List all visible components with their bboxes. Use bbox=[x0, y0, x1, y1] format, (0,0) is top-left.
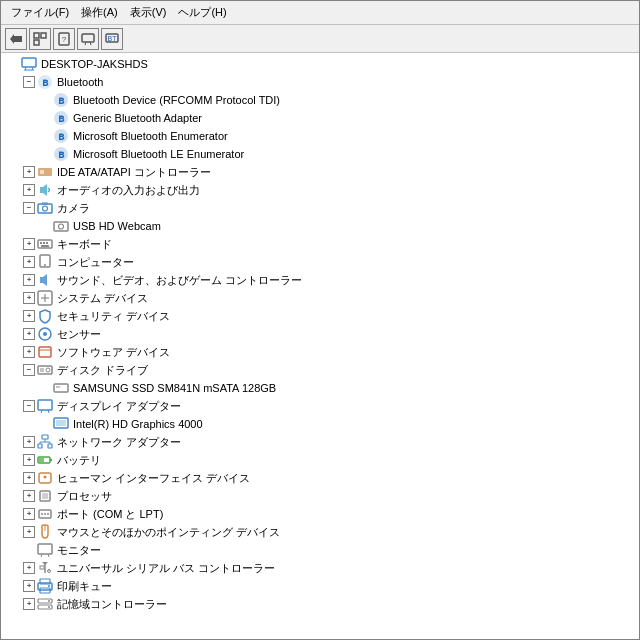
camera-icon bbox=[37, 200, 53, 216]
tree-item-computer[interactable]: DESKTOP-JAKSHDS bbox=[3, 55, 637, 73]
bt-generic-label: Generic Bluetooth Adapter bbox=[73, 110, 202, 126]
expand-system[interactable]: + bbox=[23, 292, 35, 304]
bluetooth-label: Bluetooth bbox=[57, 74, 103, 90]
expand-cpu[interactable]: + bbox=[23, 490, 35, 502]
expand-bluetooth[interactable]: − bbox=[23, 76, 35, 88]
svg-rect-32 bbox=[54, 222, 68, 231]
menu-action[interactable]: 操作(A) bbox=[75, 3, 124, 22]
tree-item-security[interactable]: + セキュリティ デバイス bbox=[3, 307, 637, 325]
expand-network[interactable]: + bbox=[23, 436, 35, 448]
tree-item-system[interactable]: + システム デバイス bbox=[3, 289, 637, 307]
expand-software[interactable]: + bbox=[23, 346, 35, 358]
expand-usb[interactable]: + bbox=[23, 562, 35, 574]
menu-view[interactable]: 表示(V) bbox=[124, 3, 173, 22]
software-label: ソフトウェア デバイス bbox=[57, 344, 170, 360]
expand-display[interactable]: − bbox=[23, 400, 35, 412]
tree-item-usb[interactable]: + ユニバーサル シリアル バス コントローラー bbox=[3, 559, 637, 577]
tree-item-bt-ms-le[interactable]: ʙ Microsoft Bluetooth LE Enumerator bbox=[3, 145, 637, 163]
monitor-button[interactable] bbox=[77, 28, 99, 50]
svg-rect-53 bbox=[54, 384, 68, 392]
ide-label: IDE ATA/ATAPI コントローラー bbox=[57, 164, 211, 180]
expand-storage[interactable]: + bbox=[23, 598, 35, 610]
mouse-label: マウスとそのほかのポインティング デバイス bbox=[57, 524, 280, 540]
properties-button[interactable] bbox=[29, 28, 51, 50]
network-label: ネットワーク アダプター bbox=[57, 434, 181, 450]
tree-item-cpu[interactable]: + プロセッサ bbox=[3, 487, 637, 505]
expand-camera[interactable]: − bbox=[23, 202, 35, 214]
tree-item-ide[interactable]: + IDE ATA/ATAPI コントローラー bbox=[3, 163, 637, 181]
tree-item-bluetooth[interactable]: − ʙ Bluetooth bbox=[3, 73, 637, 91]
expand-port[interactable]: + bbox=[23, 508, 35, 520]
tree-item-disk[interactable]: − ディスク ドライブ bbox=[3, 361, 637, 379]
storage-icon bbox=[37, 596, 53, 612]
tree-item-storage[interactable]: + 記憶域コントローラー bbox=[3, 595, 637, 613]
expand-print[interactable]: + bbox=[23, 580, 35, 592]
tree-item-keyboard[interactable]: + キーボード bbox=[3, 235, 637, 253]
help-button[interactable]: ? bbox=[53, 28, 75, 50]
tree-item-print[interactable]: + 印刷キュー bbox=[3, 577, 637, 595]
svg-marker-83 bbox=[42, 562, 48, 565]
expand-security[interactable]: + bbox=[23, 310, 35, 322]
bt-device-icon-3: ʙ bbox=[53, 128, 69, 144]
expand-battery[interactable]: + bbox=[23, 454, 35, 466]
tree-item-mouse[interactable]: + マウスとそのほかのポインティング デバイス bbox=[3, 523, 637, 541]
audio-label: オーディオの入力および出力 bbox=[57, 182, 200, 198]
svg-rect-60 bbox=[42, 435, 48, 439]
tree-item-intel-gpu[interactable]: Intel(R) HD Graphics 4000 bbox=[3, 415, 637, 433]
expand-mouse[interactable]: + bbox=[23, 526, 35, 538]
keyboard-label: キーボード bbox=[57, 236, 112, 252]
tree-item-sensor[interactable]: + センサー bbox=[3, 325, 637, 343]
tree-item-monitor[interactable]: モニター bbox=[3, 541, 637, 559]
expand-sensor[interactable]: + bbox=[23, 328, 35, 340]
expand-ide[interactable]: + bbox=[23, 166, 35, 178]
expand-pc[interactable]: + bbox=[23, 256, 35, 268]
tree-item-bt-ms-enum[interactable]: ʙ Microsoft Bluetooth Enumerator bbox=[3, 127, 637, 145]
svg-point-50 bbox=[46, 368, 50, 372]
usb-icon bbox=[37, 560, 53, 576]
software-icon bbox=[37, 344, 53, 360]
svg-rect-37 bbox=[46, 242, 48, 244]
menu-file[interactable]: ファイル(F) bbox=[5, 3, 75, 22]
tree-item-bt-generic[interactable]: ʙ Generic Bluetooth Adapter bbox=[3, 109, 637, 127]
tree-item-pc[interactable]: + コンピューター bbox=[3, 253, 637, 271]
system-label: システム デバイス bbox=[57, 290, 148, 306]
tree-item-camera[interactable]: − カメラ bbox=[3, 199, 637, 217]
webcam-label: USB HD Webcam bbox=[73, 218, 161, 234]
tree-item-webcam[interactable]: USB HD Webcam bbox=[3, 217, 637, 235]
tree-item-hid[interactable]: + ヒューマン インターフェイス デバイス bbox=[3, 469, 637, 487]
tree-item-bt-rfcomm[interactable]: ʙ Bluetooth Device (RFCOMM Protocol TDI) bbox=[3, 91, 637, 109]
svg-rect-2 bbox=[34, 33, 39, 38]
battery-icon bbox=[37, 452, 53, 468]
expand-keyboard[interactable]: + bbox=[23, 238, 35, 250]
svg-marker-28 bbox=[40, 184, 47, 196]
tree-item-sound[interactable]: + サウンド、ビデオ、およびゲーム コントローラー bbox=[3, 271, 637, 289]
monitor-label: モニター bbox=[57, 542, 101, 558]
device-tree: DESKTOP-JAKSHDS − ʙ Bluetooth ʙ Bluet bbox=[1, 53, 639, 639]
tree-item-audio[interactable]: + オーディオの入力および出力 bbox=[3, 181, 637, 199]
print-icon bbox=[37, 578, 53, 594]
tree-item-samsung[interactable]: SAMSUNG SSD SM841N mSATA 128GB bbox=[3, 379, 637, 397]
sensor-icon bbox=[37, 326, 53, 342]
display-icon bbox=[37, 398, 53, 414]
tree-item-battery[interactable]: + バッテリ bbox=[3, 451, 637, 469]
svg-point-40 bbox=[44, 264, 46, 266]
tree-item-port[interactable]: + ポート (COM と LPT) bbox=[3, 505, 637, 523]
tree-item-network[interactable]: + ネットワーク アダプター bbox=[3, 433, 637, 451]
svg-point-33 bbox=[59, 224, 64, 229]
expand-hid[interactable]: + bbox=[23, 472, 35, 484]
expand-sound[interactable]: + bbox=[23, 274, 35, 286]
tree-item-display[interactable]: − ディスプレイ アダプター bbox=[3, 397, 637, 415]
expand-disk[interactable]: − bbox=[23, 364, 35, 376]
extra-button[interactable]: BT bbox=[101, 28, 123, 50]
svg-point-93 bbox=[48, 600, 50, 602]
menu-help[interactable]: ヘルプ(H) bbox=[172, 3, 232, 22]
svg-text:ʙ: ʙ bbox=[58, 130, 65, 142]
sound-label: サウンド、ビデオ、およびゲーム コントローラー bbox=[57, 272, 302, 288]
gpu-label: Intel(R) HD Graphics 4000 bbox=[73, 416, 203, 432]
back-button[interactable] bbox=[5, 28, 27, 50]
pc-icon bbox=[37, 254, 53, 270]
ide-icon bbox=[37, 164, 53, 180]
battery-label: バッテリ bbox=[57, 452, 101, 468]
expand-audio[interactable]: + bbox=[23, 184, 35, 196]
tree-item-software[interactable]: + ソフトウェア デバイス bbox=[3, 343, 637, 361]
